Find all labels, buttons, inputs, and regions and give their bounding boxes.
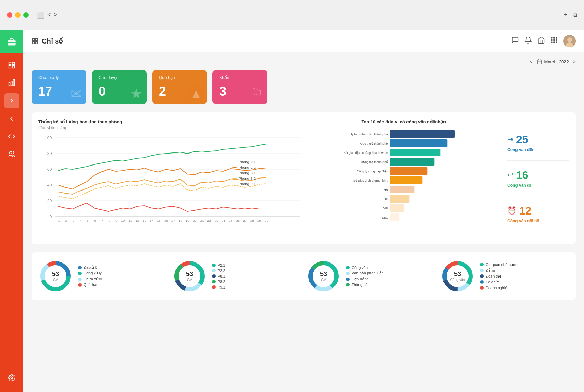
svg-rect-13 bbox=[33, 41, 35, 44]
sidebar-item-chart[interactable] bbox=[4, 75, 19, 90]
svg-text:2: 2 bbox=[65, 219, 67, 222]
close-button[interactable] bbox=[7, 12, 12, 18]
topbar: Chỉ số bbox=[23, 30, 584, 52]
congvan-di-value: 16 bbox=[516, 169, 528, 182]
stat-icon-khan: ⚐ bbox=[251, 86, 263, 101]
svg-text:12: 12 bbox=[135, 219, 139, 222]
topbar-actions bbox=[511, 35, 576, 47]
donut-1-value: 53 bbox=[52, 271, 59, 278]
donut-2-legend: P2.1 P2.2 P8.1 P8.2 P9.1 bbox=[212, 263, 226, 289]
bell-icon[interactable] bbox=[524, 36, 532, 46]
sidebar-item-dashboard[interactable] bbox=[4, 58, 19, 73]
maximize-button[interactable] bbox=[23, 12, 29, 18]
sidebar-item-code[interactable] bbox=[4, 129, 19, 144]
briefcase-icon bbox=[7, 37, 16, 47]
svg-rect-80 bbox=[232, 178, 236, 179]
stat-label-quahan: Quá hạn bbox=[159, 75, 200, 80]
bar-chart-icon bbox=[8, 79, 15, 87]
svg-text:SBC: SBC bbox=[382, 216, 388, 219]
svg-rect-94 bbox=[390, 176, 423, 184]
svg-text:0: 0 bbox=[50, 215, 52, 219]
svg-text:IC: IC bbox=[385, 197, 389, 201]
line-chart: 100 80 60 40 20 0 1 2 3 4 bbox=[38, 134, 300, 237]
svg-rect-90 bbox=[390, 158, 435, 166]
svg-rect-98 bbox=[390, 195, 410, 203]
svg-text:11: 11 bbox=[128, 219, 132, 222]
forward-button[interactable]: > bbox=[54, 11, 58, 19]
sidebar-item-settings[interactable] bbox=[4, 370, 19, 385]
sidebar-item-users[interactable] bbox=[4, 147, 19, 162]
svg-point-17 bbox=[556, 37, 557, 38]
congvan-den-icon: ⇥ bbox=[507, 135, 513, 144]
home-icon[interactable] bbox=[537, 36, 545, 46]
svg-text:8: 8 bbox=[108, 219, 110, 222]
donut-chart-3: 53 CV bbox=[306, 259, 341, 293]
app-container: Chỉ số bbox=[0, 30, 584, 392]
apps-icon[interactable] bbox=[550, 36, 558, 46]
svg-text:17: 17 bbox=[171, 219, 175, 222]
svg-text:5: 5 bbox=[87, 219, 89, 222]
sidebar-item-inbox[interactable] bbox=[4, 111, 19, 126]
date-display: March, 2022 bbox=[544, 59, 569, 64]
stat-icon-chuaxuly: ✉ bbox=[71, 86, 82, 101]
grid-icon bbox=[8, 61, 15, 69]
svg-text:20: 20 bbox=[193, 219, 197, 222]
svg-point-22 bbox=[554, 42, 555, 43]
svg-text:Phòng 8.2: Phòng 8.2 bbox=[239, 177, 256, 180]
svg-text:Đảng bộ thành phố: Đảng bộ thành phố bbox=[361, 160, 388, 164]
congvan-den-value: 25 bbox=[516, 133, 528, 146]
sidebar-logo[interactable] bbox=[0, 30, 23, 53]
svg-rect-78 bbox=[232, 173, 236, 173]
svg-text:14: 14 bbox=[150, 219, 154, 222]
svg-text:1: 1 bbox=[58, 219, 60, 222]
stat-label-khan: Khẩn bbox=[219, 75, 260, 80]
code-icon bbox=[8, 133, 15, 140]
svg-text:13: 13 bbox=[143, 219, 146, 222]
svg-text:Sở giao dịch chứng. kh...: Sở giao dịch chứng. kh... bbox=[353, 179, 388, 182]
svg-text:25: 25 bbox=[229, 219, 232, 222]
donut-4-legend: Cơ quan nhà nước Đảng Đoàn thể Tổ chức D… bbox=[480, 262, 518, 290]
stat-congvan-den: ⇥ 25 Công văn đến bbox=[507, 133, 569, 152]
sidebar-toggle-button[interactable]: ⬜ bbox=[37, 11, 45, 19]
sidebar-item-send[interactable] bbox=[4, 93, 19, 108]
line-chart-svg: 100 80 60 40 20 0 1 2 3 4 bbox=[38, 134, 300, 230]
minimize-button[interactable] bbox=[15, 12, 21, 18]
svg-text:9: 9 bbox=[115, 219, 117, 222]
svg-rect-100 bbox=[390, 204, 404, 212]
avatar[interactable] bbox=[563, 35, 576, 47]
svg-rect-4 bbox=[9, 66, 11, 68]
stat-card-quahan: Quá hạn 2 ▲ bbox=[152, 70, 207, 104]
svg-rect-74 bbox=[232, 162, 236, 162]
svg-text:Công ty cung cấp điện: Công ty cung cấp điện bbox=[357, 170, 388, 173]
svg-point-15 bbox=[551, 37, 552, 38]
svg-text:20: 20 bbox=[47, 199, 52, 203]
next-month-button[interactable]: > bbox=[573, 59, 576, 64]
svg-text:16: 16 bbox=[164, 219, 168, 222]
comment-icon[interactable] bbox=[511, 36, 519, 46]
grid-title-icon bbox=[32, 38, 38, 45]
svg-point-10 bbox=[11, 377, 13, 379]
stat-card-choduyet: Chờ duyệt 0 ★ bbox=[92, 70, 147, 104]
bar-chart-section: Top 10 các đơn vị có công văn gởi/nhận Ủ… bbox=[305, 119, 502, 237]
line-chart-subtitle: (đơn vị tính: lần) bbox=[38, 126, 300, 130]
svg-text:24: 24 bbox=[221, 219, 225, 222]
svg-text:60: 60 bbox=[47, 168, 52, 171]
stat-card-khan: Khẩn 3 ⚐ bbox=[212, 70, 267, 104]
svg-rect-6 bbox=[9, 82, 10, 86]
back-button[interactable]: < bbox=[47, 11, 51, 19]
browser-chrome: ⬜ < > + ⧉ bbox=[0, 0, 584, 30]
donuts-row: 53 CV Đã xử lý Đang xử lý Chưa xử lý Quá… bbox=[32, 252, 576, 300]
svg-text:Phòng 8.1: Phòng 8.1 bbox=[239, 171, 256, 175]
stat-congvan-noibo: ⏰ 12 Công văn nội bộ bbox=[507, 205, 569, 223]
svg-text:VPI: VPI bbox=[383, 207, 388, 210]
svg-rect-84 bbox=[390, 130, 455, 138]
new-tab-button[interactable]: + bbox=[563, 11, 567, 19]
svg-point-18 bbox=[551, 40, 552, 41]
copy-button[interactable]: ⧉ bbox=[573, 11, 577, 19]
settings-icon bbox=[8, 374, 15, 381]
donut-2: 53 CV P2.1 P2.2 P8.1 P8.2 P9.1 bbox=[172, 259, 301, 293]
svg-rect-8 bbox=[13, 80, 15, 86]
charts-row: Thống kê số lương booking theo phòng (đơ… bbox=[32, 112, 576, 244]
prev-month-button[interactable]: < bbox=[530, 59, 532, 64]
congvan-di-label: Công văn đi bbox=[507, 183, 569, 188]
